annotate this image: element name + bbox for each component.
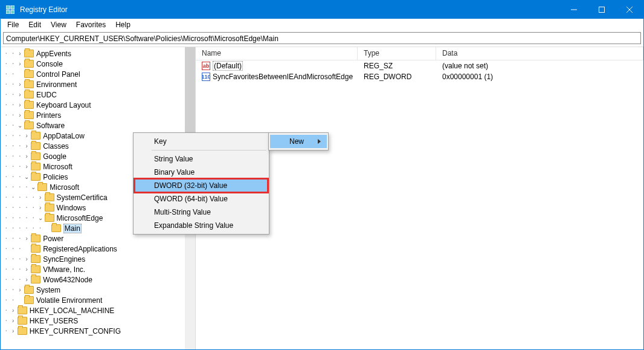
minimize-button[interactable] [560, 1, 588, 19]
menu-file[interactable]: File [3, 19, 23, 30]
column-data[interactable]: Data [436, 47, 643, 60]
menu-favorites[interactable]: Favorites [72, 19, 110, 30]
expand-icon[interactable]: › [16, 112, 24, 118]
folder-icon [31, 132, 40, 140]
tree-node[interactable]: · · · ›SyncEngines [1, 254, 195, 264]
column-type[interactable]: Type [358, 47, 436, 60]
context-submenu-item[interactable]: Binary Value [135, 166, 268, 179]
address-bar[interactable]: Computer\HKEY_CURRENT_USER\Software\Poli… [3, 32, 641, 44]
tree-node[interactable]: · · · RegisteredApplications [1, 244, 195, 254]
tree-node[interactable]: · · ⌄Software [1, 120, 195, 131]
tree-node-label: VMware, Inc. [43, 265, 85, 274]
tree-node[interactable]: · ›HKEY_CURRENT_CONFIG [1, 326, 195, 336]
expand-icon[interactable]: › [16, 50, 24, 57]
folder-icon [24, 80, 34, 88]
close-button[interactable] [616, 1, 643, 19]
expand-icon[interactable]: › [9, 307, 18, 314]
menu-view[interactable]: View [47, 19, 71, 30]
context-submenu-label: String Value [154, 155, 193, 163]
tree-node-label: Control Panel [36, 70, 80, 79]
expand-icon[interactable]: ⌄ [29, 184, 37, 190]
registry-editor-window: Registry Editor File Edit View Favorites… [0, 0, 644, 350]
value-name: (Default) [213, 61, 243, 71]
tree-node[interactable]: · · ›AppEvents [1, 48, 195, 59]
tree-node[interactable]: · · ›Environment [1, 79, 195, 89]
value-name: SyncFavoritesBetweenIEAndMicrosoftEdge [213, 73, 353, 81]
folder-icon [24, 60, 34, 68]
expand-icon[interactable]: › [16, 102, 24, 108]
folder-icon [24, 111, 34, 119]
context-submenu-new: KeyString ValueBinary ValueDWORD (32-bit… [133, 132, 269, 235]
tree-node-label: Console [36, 60, 63, 68]
folder-icon [31, 255, 40, 263]
expand-icon[interactable]: › [22, 256, 31, 262]
tree-node[interactable]: · ›HKEY_USERS [1, 316, 195, 326]
expand-icon[interactable]: › [22, 143, 31, 149]
value-rows: ab(Default)REG_SZ(value not set)110SyncF… [196, 60, 643, 82]
context-submenu-label: Expandable String Value [154, 221, 233, 230]
tree-node-label: System [36, 286, 60, 294]
expand-icon[interactable]: › [36, 204, 45, 211]
expand-icon[interactable]: › [16, 81, 24, 88]
menubar: File Edit View Favorites Help [1, 19, 643, 31]
tree-node[interactable]: · · · ›VMware, Inc. [1, 264, 195, 274]
tree-node[interactable]: · · ›Console [1, 59, 195, 69]
context-submenu-item[interactable]: Expandable String Value [135, 219, 268, 232]
column-name[interactable]: Name [196, 47, 358, 60]
expand-icon[interactable]: › [22, 276, 31, 283]
app-icon [5, 5, 15, 15]
tree-node[interactable]: · · ›Printers [1, 110, 195, 120]
context-menu: New [268, 132, 329, 151]
tree-node-label: HKEY_CURRENT_CONFIG [30, 327, 121, 335]
tree-node[interactable]: · · ›Keyboard Layout [1, 100, 195, 110]
context-item-new[interactable]: New [270, 135, 327, 148]
value-row[interactable]: ab(Default)REG_SZ(value not set) [196, 60, 643, 71]
folder-icon [24, 122, 34, 129]
tree-node[interactable]: · ›HKEY_LOCAL_MACHINE [1, 305, 195, 316]
menu-edit[interactable]: Edit [24, 19, 45, 30]
tree-node[interactable]: · · Control Panel [1, 69, 195, 79]
expand-icon[interactable]: › [16, 91, 24, 98]
expand-icon[interactable]: › [22, 153, 31, 160]
tree-node[interactable]: · · ›EUDC [1, 89, 195, 100]
tree-node-label: Microsoft [43, 163, 72, 171]
expand-icon[interactable]: ⌄ [36, 215, 45, 221]
expand-icon[interactable]: › [22, 266, 31, 273]
svg-rect-2 [6, 10, 10, 14]
maximize-button[interactable] [588, 1, 616, 19]
expand-icon[interactable]: › [36, 194, 45, 201]
svg-rect-5 [599, 7, 605, 13]
folder-icon [24, 91, 34, 99]
context-submenu-item[interactable]: String Value [135, 152, 268, 166]
value-type: REG_SZ [358, 62, 436, 70]
tree-node-label: Microsoft [50, 183, 79, 192]
tree-node[interactable]: · · · ›Power [1, 233, 195, 244]
folder-icon [24, 286, 34, 294]
folder-icon [45, 204, 54, 212]
tree-node[interactable]: · · Volatile Environment [1, 295, 195, 305]
context-submenu-item[interactable]: Key [135, 135, 268, 148]
expand-icon[interactable]: ⌄ [22, 173, 31, 180]
tree-node[interactable]: · · ›System [1, 285, 195, 295]
context-submenu-item[interactable]: QWORD (64-bit) Value [135, 192, 268, 206]
menu-help[interactable]: Help [111, 19, 135, 30]
context-submenu-label: DWORD (32-bit) Value [154, 181, 227, 190]
expand-icon[interactable]: › [22, 235, 31, 242]
context-submenu-label: Multi-String Value [154, 208, 211, 216]
context-submenu-item[interactable]: Multi-String Value [135, 206, 268, 219]
expand-icon[interactable]: › [9, 328, 18, 334]
folder-icon [31, 163, 40, 170]
tree-node-label: MicrosoftEdge [57, 214, 103, 222]
menu-divider [152, 150, 266, 151]
expand-icon[interactable]: › [16, 287, 24, 293]
expand-icon[interactable]: › [22, 132, 31, 139]
expand-icon[interactable]: › [9, 317, 18, 324]
expand-icon[interactable]: ⌄ [16, 122, 24, 129]
expand-icon[interactable]: › [22, 163, 31, 170]
tree-node-label: Volatile Environment [36, 296, 102, 305]
value-row[interactable]: 110SyncFavoritesBetweenIEAndMicrosoftEdg… [196, 71, 643, 82]
folder-icon [37, 183, 47, 191]
tree-node[interactable]: · · · ›Wow6432Node [1, 274, 195, 285]
context-submenu-item[interactable]: DWORD (32-bit) Value [135, 179, 268, 192]
expand-icon[interactable]: › [16, 60, 24, 67]
